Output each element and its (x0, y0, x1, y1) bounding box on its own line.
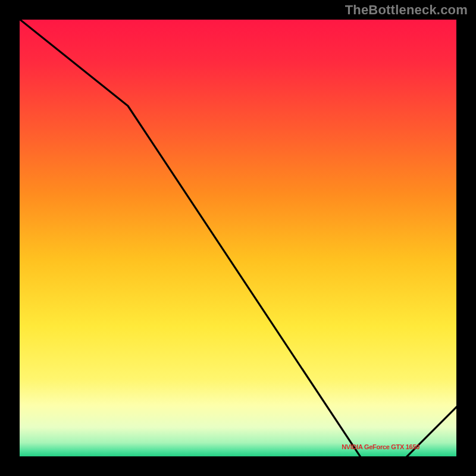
chart-frame: TheBottleneck.com NVIDIA GeForce GTX 165… (0, 0, 476, 476)
plot-border (18, 18, 458, 458)
plot-area: NVIDIA GeForce GTX 1650 (18, 18, 458, 458)
svg-rect-1 (18, 18, 458, 458)
watermark-text: TheBottleneck.com (345, 2, 468, 18)
